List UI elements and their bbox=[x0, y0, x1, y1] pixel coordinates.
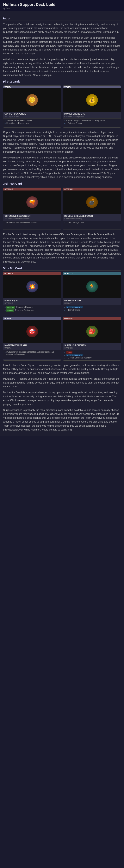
card3-tag: OFFENSE bbox=[3, 188, 61, 190]
card1-image: 🪙 bbox=[3, 88, 61, 112]
card-surplus-pouches: OFFENSE 🎒 SURPLUS POUCHES OFFENSE ●10% ●… bbox=[63, 317, 121, 361]
fifth8-heading: 5th - 8th Card bbox=[3, 267, 121, 271]
second-card-row: OFFENSE 🔫 OFFENSIVE SCAVENGER You can se… bbox=[3, 188, 121, 230]
bullet-dot: ● bbox=[64, 357, 66, 359]
card8-image: 🎒 bbox=[63, 320, 121, 343]
card3-bullet1: More Offensive Accessories spawn. bbox=[6, 222, 37, 224]
bullet-dot: ● bbox=[4, 309, 6, 311]
card-copper-scavenger: UTILITY 🪙 COPPER SCAVENGER You Copper sp… bbox=[3, 86, 61, 128]
card3-image: 🔫 bbox=[3, 190, 61, 214]
card7-name: MARKED FOR DEATH bbox=[3, 343, 61, 347]
third-card-row: OFFENSE 💥 BOMB SQUAD OFFENSE ●+100% Expl… bbox=[3, 272, 121, 314]
marked-icon: 🎯 bbox=[26, 326, 38, 337]
card1-subtext: You Copper spawn bbox=[3, 116, 61, 119]
bullet-dot: ● bbox=[4, 306, 6, 308]
page-container: Hoffman Support Deck build by Sev Intro … bbox=[0, 0, 124, 436]
intro-p3: A final word before we begin, similar to… bbox=[3, 58, 121, 77]
card5-bullet2: Explosive Resistance bbox=[15, 309, 34, 311]
bullet-dot: ● bbox=[64, 351, 66, 353]
card5-tag: OFFENSE bbox=[3, 272, 61, 275]
card7-subtext: UTILITY bbox=[3, 347, 61, 350]
card6-bullet2: + Team Stamina bbox=[66, 309, 80, 311]
bullet-dot: ● bbox=[4, 351, 6, 353]
card4-subtext: + 2 Offensive Inventory bbox=[63, 218, 121, 221]
card8-subtext: OFFENSE bbox=[63, 347, 121, 350]
first2-heading: First 2 cards bbox=[3, 80, 121, 84]
money-icon: 💰 bbox=[86, 94, 98, 106]
main-content: Intro The previous Doc build was heavily… bbox=[0, 11, 124, 436]
bullet-dot: ● bbox=[64, 120, 66, 122]
header: Hoffman Support Deck build by Sev bbox=[0, 0, 124, 11]
bullet-dot: ● bbox=[64, 306, 66, 308]
card2-bullet2: + External Copper bbox=[66, 122, 82, 124]
grenade-icon: 💣 bbox=[86, 196, 98, 208]
card4-image: 💣 bbox=[63, 190, 121, 214]
card5-subtext: OFFENSE bbox=[3, 302, 61, 305]
card-mandatory-pt: MOBILITY 🏃 MANDATORY PT MOBILITY ●TEAM E… bbox=[63, 272, 121, 314]
surplus-icon: 🎒 bbox=[86, 326, 98, 337]
fourth-card-row: UTILITY 🎯 MARKED FOR DEATH UTILITY ●Muta… bbox=[3, 317, 121, 361]
card8-bullets: ●10% ●TEAM EFFECTS ●+ 0 Team Offensive I… bbox=[63, 350, 121, 361]
card5-bullets: ●+100% Explosive Damage ●+35% Explosive … bbox=[3, 305, 61, 314]
card58-desc4: Surplus Pouches is probably the most sit… bbox=[3, 408, 121, 432]
card3-name: OFFENSIVE SCAVENGER bbox=[3, 214, 61, 218]
card4-bullet1: - 10% Damage Deal bbox=[66, 222, 84, 224]
card4-tag: OFFENSE bbox=[63, 188, 121, 190]
card2-bullets: ●Copper: you gain additional Copper up t… bbox=[63, 119, 121, 127]
card1-bullet2: More Copper Piles spawn. bbox=[6, 122, 29, 124]
card5-name: BOMB SQUAD bbox=[3, 298, 61, 302]
bullet-dot: ● bbox=[64, 354, 66, 356]
card-marked-for-death: UTILITY 🎯 MARKED FOR DEATH UTILITY ●Muta… bbox=[3, 317, 61, 361]
page-title: Hoffman Support Deck build bbox=[3, 2, 121, 7]
card-bomb-squad: OFFENSE 💥 BOMB SQUAD OFFENSE ●+100% Expl… bbox=[3, 272, 61, 314]
card2-subtext: Continues your objectives bbox=[63, 116, 121, 119]
card58-desc3: Marked for Death is a very valuable card… bbox=[3, 391, 121, 406]
card58-desc2: Mandatory PT can be useful during the 4t… bbox=[3, 377, 121, 389]
card-double-grenade: OFFENSE 💣 DOUBLE GRENADE POUCH + 2 Offen… bbox=[63, 188, 121, 230]
card2-tag: UTILITY bbox=[63, 86, 121, 88]
card7-bullets: ●Mutations you ping are highlighted and … bbox=[3, 350, 61, 359]
bomb-icon: 💥 bbox=[26, 281, 38, 292]
offscav-icon: 🔫 bbox=[26, 196, 38, 208]
bullet-dot: ● bbox=[4, 120, 6, 122]
first-card-row: UTILITY 🪙 COPPER SCAVENGER You Copper sp… bbox=[3, 86, 121, 128]
bullet-dot: ● bbox=[64, 309, 66, 311]
card3-bullets: ●More Offensive Accessories spawn. bbox=[3, 221, 61, 229]
intro-p1: The previous Doc build was heavily focus… bbox=[3, 22, 121, 34]
bullet-dot: ● bbox=[64, 122, 66, 124]
intro-heading: Intro bbox=[3, 17, 121, 21]
intro-p2: I was always planning on building a sepa… bbox=[3, 36, 121, 56]
card2-name: MONEY GRUBBERS bbox=[63, 112, 121, 116]
card7-image: 🎯 bbox=[3, 320, 61, 343]
card5-image: 💥 bbox=[3, 275, 61, 298]
bullet-dot: ● bbox=[4, 122, 6, 124]
card2-desc: Money Grubbers is easily one of the most… bbox=[3, 156, 121, 179]
card6-image: 🏃 bbox=[63, 275, 121, 298]
card8-tag: OFFENSE bbox=[63, 317, 121, 320]
card6-bullets: ●TEAM EFFECTS ●+ Team Stamina bbox=[63, 305, 121, 314]
card-money-grubbers: UTILITY 💰 MONEY GRUBBERS Continues your … bbox=[63, 86, 121, 128]
card7-tag: UTILITY bbox=[3, 317, 61, 320]
card1-name: COPPER SCAVENGER bbox=[3, 112, 61, 116]
bullet-dot: ● bbox=[64, 222, 66, 224]
card-offensive-scavenger: OFFENSE 🔫 OFFENSIVE SCAVENGER You can se… bbox=[3, 188, 61, 230]
card6-name: MANDATORY PT bbox=[63, 298, 121, 302]
card7-bullet1: Mutations you ping are highlighted and y… bbox=[6, 351, 60, 355]
third4-heading: 3rd - 4th Card bbox=[3, 182, 121, 186]
card4-name: DOUBLE GRENADE POUCH bbox=[63, 214, 121, 218]
card1-tag: UTILITY bbox=[3, 86, 61, 88]
card2-image: 💰 bbox=[63, 88, 121, 112]
card6-tag: MOBILITY bbox=[63, 272, 121, 275]
card8-name: SURPLUS POUCHES bbox=[63, 343, 121, 347]
card2-bullet1: Copper: you gain additional Copper up to… bbox=[66, 119, 106, 122]
card5-bullet1: Explosive Damage bbox=[16, 306, 33, 308]
card58-desc1: I would choose Bomb Squad if I was alrea… bbox=[3, 363, 121, 375]
bullet-dot: ● bbox=[4, 222, 6, 224]
card6-subtext: MOBILITY bbox=[63, 302, 121, 305]
card1-desc: Copper Scavenger is a must-have card rig… bbox=[3, 130, 121, 154]
author-label: by Sev bbox=[3, 7, 121, 9]
card1-bullet1: You can sense nearby Copper. bbox=[6, 119, 33, 122]
card3-subtext: You can sense nearby Offensive bbox=[3, 218, 61, 221]
copper-icon: 🪙 bbox=[26, 94, 38, 106]
run-icon: 🏃 bbox=[86, 281, 98, 292]
